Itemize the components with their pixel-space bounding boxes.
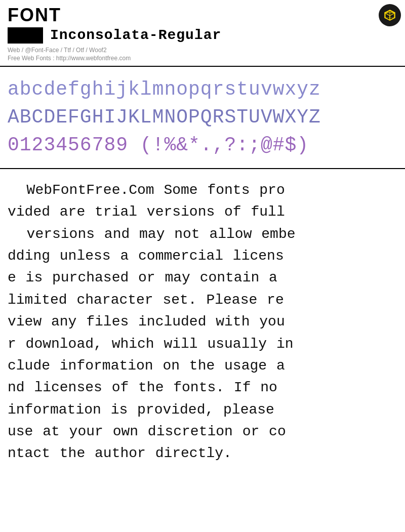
logo-icon xyxy=(383,9,396,22)
header: FONT Inconsolata-Regular Web / @Font-Fac… xyxy=(0,0,405,67)
breadcrumb: Web / @Font-Face / Ttf / Otf / Woof2 xyxy=(8,47,397,54)
font-preview-section: abcdefghijklmnopqrstuvwxyz ABCDEFGHIJKLM… xyxy=(0,67,405,169)
lowercase-preview: abcdefghijklmnopqrstuvwxyz xyxy=(8,77,397,102)
page-title: FONT xyxy=(8,5,397,25)
website-link: Free Web Fonts : http://www.webfontfree.… xyxy=(8,55,397,62)
site-logo xyxy=(379,4,401,26)
font-name-row: Inconsolata-Regular xyxy=(8,27,397,44)
font-name: Inconsolata-Regular xyxy=(50,27,221,43)
body-text-section: WebFontFree.Com Some fonts pro vided are… xyxy=(0,169,405,475)
body-text: WebFontFree.Com Some fonts pro vided are… xyxy=(8,179,397,465)
color-swatch xyxy=(8,27,43,44)
uppercase-preview: ABCDEFGHIJKLMNOPQRSTUVWXYZ xyxy=(8,105,397,130)
numbers-preview: 0123456789 (!%&*.,?:;@#$) xyxy=(8,133,397,157)
